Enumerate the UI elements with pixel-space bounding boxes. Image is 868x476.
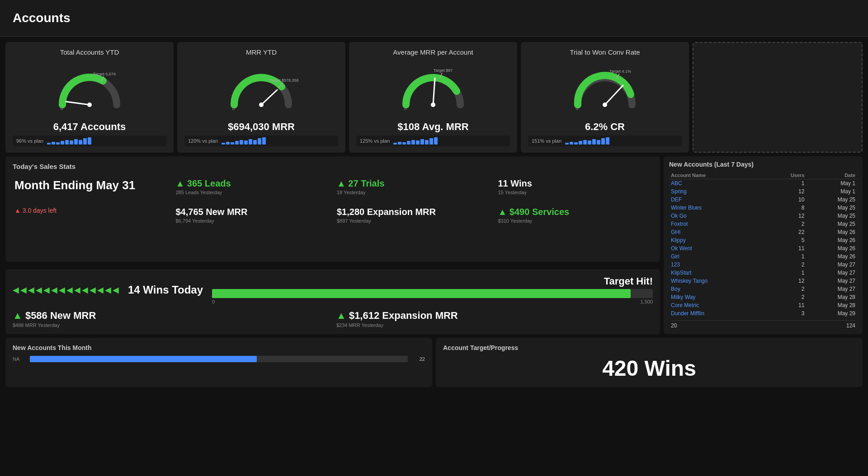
- wins-yesterday: 15 Yesterday: [498, 190, 651, 195]
- wins-today-count: 14 Wins Today: [128, 284, 203, 296]
- new-accounts-month-title: New Accounts This Month: [13, 344, 425, 351]
- gauge-svg-4: Target 4.1% 0: [569, 66, 641, 112]
- target-bar-bg: [212, 289, 653, 298]
- gauge-1: Target 6,674 0: [13, 60, 166, 118]
- kpi-value-3: $108 Avg. MRR: [356, 121, 510, 133]
- svg-text:0: 0: [404, 107, 406, 111]
- person-icon: ◀: [51, 285, 57, 295]
- table-row[interactable]: Spring 12 May 1: [669, 187, 857, 196]
- wins-large: 420 Wins: [443, 356, 855, 381]
- table-row[interactable]: Ok Go 12 May 25: [669, 212, 857, 220]
- mini-bar: [398, 142, 401, 145]
- table-row[interactable]: Girl 1 May 26: [669, 252, 857, 261]
- person-icon: ◀: [59, 285, 65, 295]
- trials-yesterday: 18 Yesterday: [337, 190, 490, 195]
- table-row[interactable]: ABC 1 May 1: [669, 179, 857, 188]
- table-row[interactable]: Foxtrot 2 May 25: [669, 220, 857, 228]
- account-date-cell: May 26: [806, 228, 857, 236]
- person-icon: ◀: [20, 285, 27, 295]
- svg-line-17: [605, 85, 623, 105]
- account-name-cell[interactable]: Ok Went: [669, 244, 765, 252]
- wins-new-mrr-sub: $488 MRR Yesterday: [13, 322, 329, 328]
- kpi-card-conv-rate: Trial to Won Conv Rate Target 4.1% 0 6.2…: [521, 42, 689, 153]
- account-date-cell: May 1: [806, 187, 857, 196]
- table-row[interactable]: KlipStart 1 May 27: [669, 269, 857, 277]
- account-date-cell: May 25: [806, 220, 857, 228]
- svg-text:Target 6,674: Target 6,674: [93, 72, 116, 76]
- account-users-cell: 1: [765, 269, 807, 277]
- account-date-cell: May 29: [806, 309, 857, 317]
- account-name-cell[interactable]: 123: [669, 261, 765, 269]
- sales-stats-title: Today's Sales Stats: [13, 163, 653, 170]
- vs-plan-label-1: 96% vs plan: [16, 138, 43, 144]
- account-name-cell[interactable]: Girl: [669, 252, 765, 261]
- gauge-svg-2: Target $578,358 0: [225, 66, 297, 112]
- new-accounts-month-panel: New Accounts This Month NA 22: [5, 338, 432, 387]
- account-name-cell[interactable]: Dunder Mifflin: [669, 309, 765, 317]
- svg-line-7: [261, 90, 277, 105]
- table-row[interactable]: Ok Went 11 May 26: [669, 244, 857, 252]
- account-date-cell: May 28: [806, 293, 857, 301]
- mini-bar: [52, 142, 55, 145]
- mini-bar: [65, 140, 69, 145]
- table-row[interactable]: Winter Blues 8 May 25: [669, 204, 857, 212]
- person-icon: ◀: [13, 285, 19, 295]
- svg-point-8: [259, 103, 264, 107]
- mini-bar: [79, 140, 82, 145]
- account-users-cell: 5: [765, 236, 807, 244]
- person-icon: ◀: [113, 285, 119, 295]
- table-row[interactable]: Milky Way 2 May 28: [669, 293, 857, 301]
- account-name-cell[interactable]: GHI: [669, 228, 765, 236]
- person-icon: ◀: [82, 285, 88, 295]
- account-name-cell[interactable]: KlipStart: [669, 269, 765, 277]
- target-bar-fill: [212, 289, 631, 298]
- bar-max: 1,500: [640, 299, 653, 304]
- mini-bar: [574, 142, 578, 145]
- mini-bar: [393, 143, 397, 145]
- account-name-cell[interactable]: Whiskey Tango: [669, 277, 765, 285]
- table-row[interactable]: Core Metric 11 May 28: [669, 301, 857, 309]
- account-name-cell[interactable]: ABC: [669, 179, 765, 188]
- account-name-cell[interactable]: Foxtrot: [669, 220, 765, 228]
- account-name-cell[interactable]: Core Metric: [669, 301, 765, 309]
- account-date-cell: May 27: [806, 261, 857, 269]
- account-name-cell[interactable]: Spring: [669, 187, 765, 196]
- account-name-cell[interactable]: Klippy: [669, 236, 765, 244]
- wins-expansion-mrr-value: ▲ $1,612 Expansion MRR: [336, 310, 653, 322]
- bar-min: 0: [212, 299, 215, 304]
- account-users-cell: 2: [765, 261, 807, 269]
- stat-days-left: ▲ 3.0 days left: [13, 203, 170, 227]
- target-hit-label: Target Hit!: [212, 275, 653, 287]
- account-date-cell: May 26: [806, 236, 857, 244]
- table-row[interactable]: Dunder Mifflin 3 May 29: [669, 309, 857, 317]
- table-row[interactable]: Boy 2 May 27: [669, 285, 857, 293]
- account-name-cell[interactable]: DEF: [669, 196, 765, 204]
- table-row[interactable]: 123 2 May 27: [669, 261, 857, 269]
- mini-bar: [88, 137, 91, 145]
- svg-text:Target $87: Target $87: [434, 68, 453, 73]
- table-row[interactable]: GHI 22 May 26: [669, 228, 857, 236]
- table-row[interactable]: DEF 10 May 25: [669, 196, 857, 204]
- account-target-title: Account Target/Progress: [443, 344, 855, 351]
- days-left: ▲ 3.0 days left: [14, 207, 168, 214]
- stat-services: ▲ $490 Services $310 Yesterday: [496, 203, 653, 227]
- account-date-cell: May 26: [806, 244, 857, 252]
- account-date-cell: May 27: [806, 269, 857, 277]
- account-name-cell[interactable]: Milky Way: [669, 293, 765, 301]
- new-accounts-title: New Accounts (Last 7 Days): [669, 161, 857, 168]
- kpi-card-title-2: MRR YTD: [184, 48, 338, 56]
- account-name-cell[interactable]: Boy: [669, 285, 765, 293]
- table-row[interactable]: Whiskey Tango 12 May 27: [669, 277, 857, 285]
- mini-bar: [253, 140, 257, 145]
- account-name-cell[interactable]: Ok Go: [669, 212, 765, 220]
- account-date-cell: May 27: [806, 285, 857, 293]
- account-name-cell[interactable]: Winter Blues: [669, 204, 765, 212]
- leads-yesterday: 285 Leads Yesterday: [176, 190, 329, 195]
- stat-leads: ▲ 365 Leads 285 Leads Yesterday: [174, 175, 331, 199]
- mini-bar: [407, 141, 410, 145]
- new-accounts-table: Account Name Users Date ABC 1 May 1 Spri…: [669, 172, 857, 330]
- mini-bar: [70, 140, 73, 145]
- table-row[interactable]: Klippy 5 May 26: [669, 236, 857, 244]
- account-users-cell: 2: [765, 220, 807, 228]
- new-mrr-value: $4,765 New MRR: [176, 207, 329, 217]
